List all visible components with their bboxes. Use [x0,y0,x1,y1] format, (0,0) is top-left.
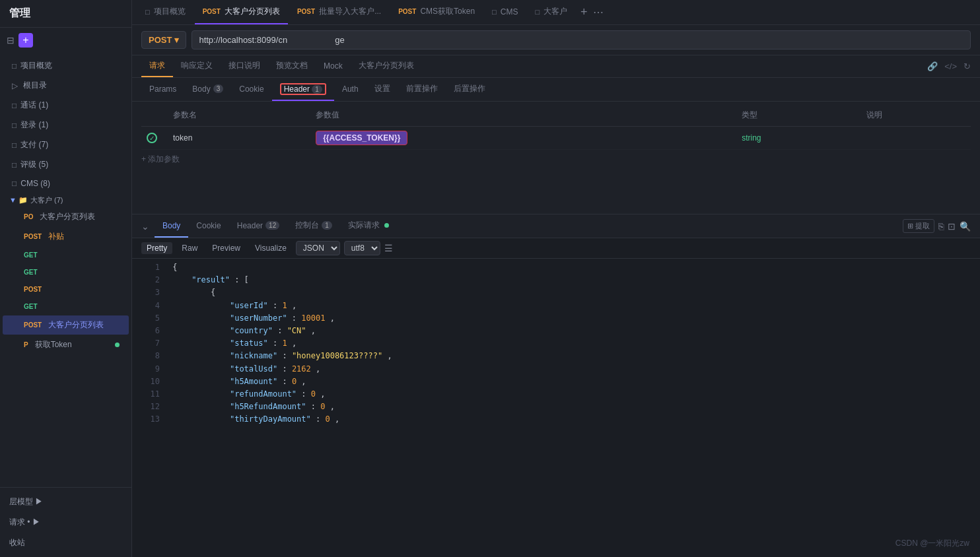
code-line-9: 9 "totalUsd" : 2162 , [141,363,971,376]
sidebar-item-pay[interactable]: □ 支付 (7) [3,135,129,154]
main-content: □ 项目概览 POST 大客户分页列表 POST 批量导入大客户... POST… [132,0,980,557]
bottom-item-station[interactable]: 收站 [9,534,122,552]
resp-tab-body[interactable]: Body [155,214,188,238]
tab-cms-token[interactable]: POST CMS获取Token [390,0,483,24]
fmt-visualize-button[interactable]: Visualize [250,242,292,254]
add-item-button[interactable]: + [18,33,33,48]
param-tab-body[interactable]: Body 3 [184,78,231,101]
resp-tab-header-label: Header [237,221,263,230]
sidebar-item-cms[interactable]: □ CMS (8) [3,175,129,192]
sidebar-section-vip[interactable]: ▼ 📁 大客户 (7) [0,193,131,207]
tab-vip2-icon: □ [535,8,540,16]
fmt-raw-button[interactable]: Raw [176,242,203,254]
sub-tab-response-def[interactable]: 响应定义 [173,55,221,77]
sidebar-item-vip-active[interactable]: POST 大客户分页列表 [3,315,129,335]
param-tab-pre-ops-label: 前置操作 [406,83,438,94]
resp-tab-console[interactable]: 控制台 1 [287,214,340,238]
sub-tab-mock-label: Mock [324,61,343,71]
wrap-icon[interactable]: ☰ [384,243,393,253]
tab-cms-label: CMS [501,7,518,16]
fmt-preview-button[interactable]: Preview [207,242,246,254]
param-tab-params[interactable]: Params [141,78,184,101]
tab-cms-icon: □ [492,8,497,16]
sidebar-bottom: 层模型 ▶ 请求 • ▶ 收站 [0,487,131,557]
vip-section-label: 大客户 (7) [30,195,63,205]
sidebar-item-vip6[interactable]: GET [3,298,129,315]
link-icon[interactable]: 🔗 [927,61,938,71]
method-badge-post-active: POST [21,321,44,329]
resp-tab-actual-req[interactable]: 实际请求 [340,214,397,238]
filter-button[interactable]: ⊟ [7,35,15,46]
tab-add-button[interactable]: + [577,5,592,19]
tab-vip2[interactable]: □ 大客户 [527,0,575,24]
sub-tab-vip-list2[interactable]: 大客户分页列表 [351,55,422,77]
sidebar-item-root[interactable]: ▷ 根目录 [3,76,129,95]
code-line-2: 2 "result" : [ [141,274,971,286]
add-param-button[interactable]: + 添加参数 [141,150,180,169]
resp-console-badge: 1 [322,221,332,230]
encoding-select[interactable]: utf8 gbk [344,241,380,255]
tab-bar: □ 项目概览 POST 大客户分页列表 POST 批量导入大客户... POST… [132,0,980,25]
sub-tab-api-desc[interactable]: 接口说明 [221,55,268,77]
sub-tab-mock[interactable]: Mock [316,55,351,77]
code-area[interactable]: 1 { 2 "result" : [ 3 { 4 "userId" : 1 , [132,259,980,425]
copy-button[interactable]: ⎘ [938,221,944,232]
param-tab-header[interactable]: Header 1 [272,78,334,101]
tab-cms-token-label: CMS获取Token [420,6,475,17]
method-badge-get2: GET [21,268,40,277]
method-arrow-icon: ▾ [174,35,179,45]
tab-overview[interactable]: □ 项目概览 [137,0,193,24]
param-tab-cookie[interactable]: Cookie [231,78,271,101]
bottom-item-layer-model[interactable]: 层模型 ▶ [9,493,122,511]
col-header-param-name: 参数名 [168,104,310,127]
method-badge-p: P [21,341,31,349]
format-type-select[interactable]: JSON XML Text [296,241,340,255]
search-icon[interactable]: 🔍 [960,221,971,232]
fmt-pretty-button[interactable]: Pretty [141,242,172,254]
login-icon: □ [12,121,17,130]
resp-header-badge: 12 [265,221,279,230]
code-icon[interactable]: </> [944,61,957,71]
tab-vip2-label: 大客户 [543,6,567,17]
sidebar-item-review[interactable]: □ 评级 (5) [3,155,129,174]
sidebar-item-vip1[interactable]: PO 大客户分页列表 [3,207,129,226]
sub-tab-request-label: 请求 [149,60,165,71]
tab-cms[interactable]: □ CMS [484,0,526,24]
sidebar-item-chat[interactable]: □ 通话 (1) [3,96,129,115]
station-label: 收站 [9,537,25,548]
sub-tab-request[interactable]: 请求 [141,55,173,77]
param-tab-settings[interactable]: 设置 [367,78,398,101]
sub-tab-preview-doc[interactable]: 预览文档 [268,55,316,77]
collapse-button[interactable]: ⌄ [141,221,149,232]
sidebar-item-vip4[interactable]: GET [3,264,129,280]
sidebar-item-vip3[interactable]: GET [3,247,129,263]
method-select[interactable]: POST ▾ [141,31,186,49]
row-param-value[interactable]: {{ACCESS_TOKEN}} [310,127,736,150]
code-line-7: 7 "status" : 1 , [141,337,971,350]
extract-button[interactable]: ⊞ 提取 [903,219,934,233]
tab-more-button[interactable]: ⋯ [593,6,604,18]
resp-tab-header[interactable]: Header 12 [229,214,287,238]
sidebar-item-vip5[interactable]: POST [3,281,129,298]
tab-vip-list[interactable]: POST 大客户分页列表 [195,0,288,24]
param-table-area: 参数名 参数值 类型 说明 ✓ token {{ACCESS_TOKEN}} s… [132,102,980,214]
row-checkbox[interactable]: ✓ [141,127,168,150]
code-line-5: 5 "userNumber" : 10001 , [141,312,971,325]
param-tab-pre-ops[interactable]: 前置操作 [398,78,446,101]
tab-batch-import[interactable]: POST 批量导入大客户... [289,0,389,24]
sidebar-item-overview[interactable]: □ 项目概览 [3,56,129,75]
resp-tab-cookie[interactable]: Cookie [188,214,228,238]
sidebar-item-vip2[interactable]: POST 补贴 [3,227,129,246]
param-tab-auth[interactable]: Auth [334,78,367,101]
vip-folder-icon: ▼ 📁 [9,196,28,205]
sidebar-item-cms-token[interactable]: P 获取Token [3,335,129,354]
sidebar-item-login[interactable]: □ 登录 (1) [3,115,129,135]
param-tab-post-ops[interactable]: 后置操作 [446,78,493,101]
refresh-icon[interactable]: ↻ [963,61,971,71]
bottom-item-request-queue[interactable]: 请求 • ▶ [9,513,122,531]
url-input[interactable] [192,30,971,49]
paste-button[interactable]: ⊡ [948,221,956,232]
method-badge-get3: GET [21,302,40,311]
row-param-name: token [168,127,310,150]
method-badge-get1: GET [21,251,40,259]
